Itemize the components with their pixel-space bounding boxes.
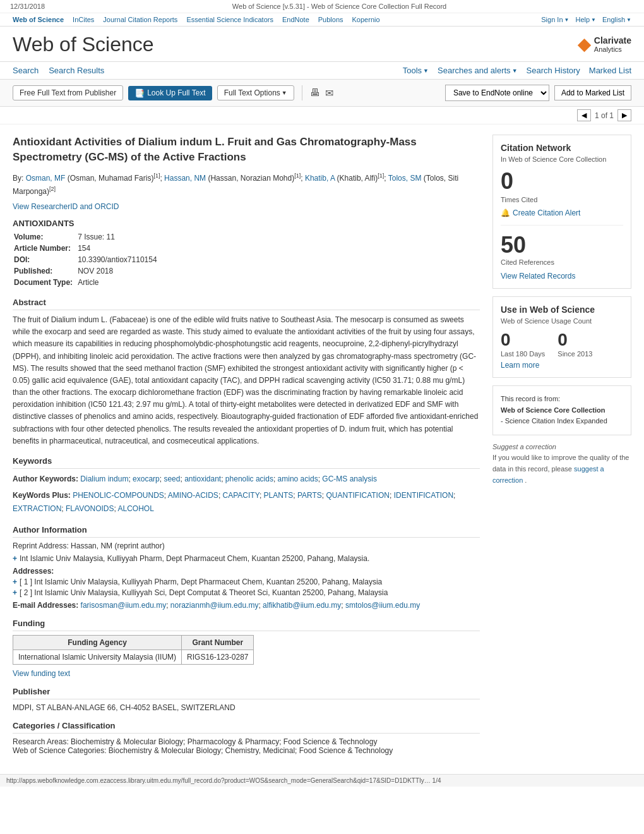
view-related-records-link[interactable]: View Related Records [501, 272, 576, 281]
nav-web-of-science[interactable]: Web of Science [13, 16, 64, 23]
grant-number-header: Grant Number [182, 635, 254, 650]
funding-title: Funding [13, 619, 480, 631]
kwp-phenolic[interactable]: PHENOLIC-COMPOUNDS [73, 491, 164, 500]
free-full-text-button[interactable]: Free Full Text from Publisher [13, 85, 123, 100]
published-label: Published: [14, 266, 76, 276]
marked-list-link[interactable]: Marked List [589, 66, 631, 75]
main-content: Antioxidant Activities of Dialium indum … [0, 124, 644, 774]
top-nav-left: Web of Science InCites Journal Citation … [13, 16, 380, 23]
kwp-extraction[interactable]: EXTRACTION [13, 504, 61, 513]
next-page-button[interactable]: ▶ [617, 109, 631, 121]
record-source-text3: - Science Citation Index Expanded [501, 416, 623, 427]
funding-agency-value: International Islamic University Malaysi… [13, 650, 182, 664]
kw-amino[interactable]: amino acids [278, 474, 318, 483]
record-info-box: This record is from: Web of Science Core… [492, 385, 631, 435]
tools-dropdown[interactable]: Tools [403, 66, 429, 75]
kwp-flavonoids[interactable]: FLAVONOIDS [66, 504, 114, 513]
searches-alerts-dropdown[interactable]: Searches and alerts [438, 66, 518, 75]
save-select[interactable]: Save to EndNote online [445, 85, 549, 101]
cited-refs-number: 50 [501, 232, 623, 258]
kwp-plants[interactable]: PLANTS [264, 491, 294, 500]
clarivate-c-icon: ◆ [578, 35, 590, 54]
usage-sub: Web of Science Usage Count [501, 317, 623, 325]
record-source-text2: Web of Science Core Collection [501, 405, 623, 416]
learn-more-link[interactable]: Learn more [501, 361, 539, 370]
sign-in-link[interactable]: Sign In [541, 16, 569, 23]
article-number-value: 154 [78, 243, 157, 253]
kwp-alcohol[interactable]: ALCOHOL [118, 504, 154, 513]
nav-search[interactable]: Search [13, 66, 39, 75]
keywords-section: Keywords Author Keywords: Dialium indum;… [13, 456, 480, 516]
usage-title: Use in Web of Science [501, 305, 623, 315]
bell-icon: 🔔 [501, 208, 510, 217]
nav-journal-citation[interactable]: Journal Citation Reports [103, 16, 177, 23]
add-to-marked-list-button[interactable]: Add to Marked List [554, 85, 631, 100]
nav-search-results[interactable]: Search Results [49, 66, 104, 75]
email-norazian[interactable]: norazianmh@iium.edu.my [170, 601, 259, 610]
kwp-amino[interactable]: AMINO-ACIDS [168, 491, 218, 500]
kw-phenolic[interactable]: phenolic acids [225, 474, 273, 483]
header-logo: Web of Science [13, 33, 154, 56]
kw-seed[interactable]: seed [164, 474, 180, 483]
doctype-label: Document Type: [14, 277, 76, 287]
kw-gcms[interactable]: GC-MS analysis [322, 474, 377, 483]
nav-incites[interactable]: InCites [73, 16, 94, 23]
nav-kopernio[interactable]: Kopernio [352, 16, 380, 23]
toolbar-divider [302, 85, 302, 100]
full-text-options-button[interactable]: Full Text Options [217, 85, 294, 100]
article-meta-table: Volume:7 Issue: 11 Article Number:154 DO… [13, 231, 158, 289]
reprint-expand[interactable]: + [13, 554, 17, 563]
search-history-link[interactable]: Search History [527, 66, 580, 75]
author-khatib[interactable]: Khatib, A [305, 174, 335, 183]
author-info-section: Author Information Reprint Address: Hass… [13, 525, 480, 610]
kwp-capacity[interactable]: CAPACITY [223, 491, 259, 500]
create-citation-alert-link[interactable]: 🔔 Create Citation Alert [501, 208, 623, 217]
author-osman[interactable]: Osman, MF [26, 174, 66, 183]
prev-page-button[interactable]: ◀ [577, 109, 591, 121]
abstract-section-title: Abstract [13, 298, 480, 310]
volume-label: Volume: [14, 232, 76, 242]
top-nav-bar: Web of Science InCites Journal Citation … [0, 13, 644, 27]
research-areas: Research Areas: Biochemistry & Molecular… [13, 737, 480, 746]
address-2-expand[interactable]: + [13, 588, 17, 597]
author-info-title: Author Information [13, 525, 480, 538]
email-icon[interactable]: ✉ [325, 87, 333, 99]
suggest-correction-section: Suggest a correction If you would like t… [492, 442, 631, 486]
nav-endnote[interactable]: EndNote [282, 16, 309, 23]
keywords-section-title: Keywords [13, 456, 480, 469]
author-hassan[interactable]: Hassan, NM [164, 174, 206, 183]
nav-publons[interactable]: Publons [318, 16, 343, 23]
kwp-parts[interactable]: PARTS [297, 491, 322, 500]
kw-dialium[interactable]: Dialium indum [80, 474, 128, 483]
nav-tools: Tools Searches and alerts Search History… [403, 66, 631, 75]
kw-exocarp[interactable]: exocarp [133, 474, 160, 483]
address-1-expand[interactable]: + [13, 577, 17, 586]
nav-science-indicators[interactable]: Essential Science Indicators [186, 16, 273, 23]
kwp-quantification[interactable]: QUANTIFICATION [326, 491, 390, 500]
help-link[interactable]: Help [575, 16, 596, 23]
toolbar: Free Full Text from Publisher 📑 Look Up … [0, 80, 644, 107]
wos-categories: Web of Science Categories: Biochemistry … [13, 746, 480, 755]
date-stamp: 12/31/2018 [10, 3, 45, 10]
keywords-plus-line: KeyWords Plus: PHENOLIC-COMPOUNDS; AMINO… [13, 489, 480, 516]
reprint-address: Reprint Address: Hassan, NM (reprint aut… [13, 541, 480, 550]
right-column: Citation Network In Web of Science Core … [492, 135, 631, 764]
email-faris[interactable]: farisosman@iium.edu.my [81, 601, 167, 610]
view-researcher-link[interactable]: View ResearcherID and ORCID [13, 202, 119, 211]
author-tolos[interactable]: Tolos, SM [388, 174, 422, 183]
print-icon[interactable]: 🖶 [310, 87, 320, 99]
top-nav-right: Sign In Help English [541, 16, 631, 23]
kw-antioxidant[interactable]: antioxidant [184, 474, 221, 483]
clarivate-text: Clarivate Analytics [594, 35, 631, 54]
addresses-label: Addresses: [13, 567, 480, 576]
record-source-text1: This record is from: [501, 394, 623, 405]
language-link[interactable]: English [602, 16, 631, 23]
citation-divider [501, 225, 623, 226]
view-funding-link[interactable]: View funding text [13, 669, 70, 678]
usage-180-label: Last 180 Days [501, 350, 545, 358]
article-title: Antioxidant Activities of Dialium indum … [13, 135, 480, 165]
kwp-identification[interactable]: IDENTIFICATION [394, 491, 453, 500]
email-alfi[interactable]: alfikhatib@iium.edu.my [263, 601, 341, 610]
look-up-full-text-button[interactable]: 📑 Look Up Full Text [128, 86, 212, 100]
email-smtolos[interactable]: smtolos@iium.edu.my [345, 601, 420, 610]
